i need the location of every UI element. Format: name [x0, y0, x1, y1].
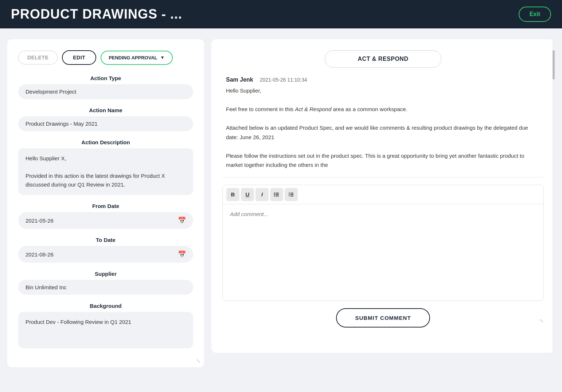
bold-button[interactable]: B	[226, 188, 239, 201]
description-line2: Provided in this action is the latest dr…	[26, 173, 165, 188]
action-name-value: Product Drawings - May 2021	[18, 116, 193, 131]
svg-rect-9	[290, 194, 293, 195]
svg-point-0	[274, 192, 275, 193]
format-toolbar: B U I 1.	[223, 185, 543, 204]
to-date-field: To Date 2021-06-26 📅	[18, 237, 193, 263]
scroll-thumb	[553, 50, 555, 79]
italic-button[interactable]: I	[255, 188, 269, 201]
numbered-list-icon: 1. 2. 3.	[288, 192, 294, 197]
comment-input[interactable]	[223, 204, 543, 299]
action-name-field: Action Name Product Drawings - May 2021	[18, 107, 193, 131]
pending-approval-button[interactable]: PENDING APPROVAL ▼	[101, 51, 173, 65]
svg-rect-1	[276, 193, 279, 193]
to-date-label: To Date	[18, 237, 193, 243]
from-date-label: From Date	[18, 203, 193, 209]
supplier-value: Bin Unlimited Inc	[18, 280, 193, 295]
action-name-label: Action Name	[18, 107, 193, 113]
numbered-list-button[interactable]: 1. 2. 3.	[285, 188, 298, 201]
supplier-label: Supplier	[18, 271, 193, 277]
delete-button[interactable]: DELETE	[18, 51, 58, 64]
action-type-label: Action Type	[18, 75, 193, 81]
message-line2: Attached below is an updated Product Spe…	[226, 123, 540, 142]
dropdown-arrow-icon: ▼	[160, 55, 165, 60]
action-type-value: Development Project	[18, 84, 193, 99]
resize-handle-comment-icon: ⤡	[539, 318, 544, 324]
action-description-value: Hello Supplier X, Provided in this actio…	[18, 148, 193, 195]
calendar-icon: 📅	[178, 216, 186, 224]
svg-rect-7	[290, 193, 293, 193]
svg-rect-3	[276, 194, 279, 195]
from-date-input[interactable]: 2021-05-26 📅	[18, 212, 193, 229]
submit-comment-button[interactable]: SUBMIT COMMENT	[336, 308, 430, 328]
message-author: Sam Jenk	[226, 77, 253, 83]
page-title: PRODUCT DRAWINGS - ...	[11, 7, 182, 22]
main-content: DELETE EDIT PENDING APPROVAL ▼ Action Ty…	[0, 28, 562, 378]
edit-button[interactable]: EDIT	[62, 50, 96, 65]
message-line1: Feel free to comment in this Act & Respo…	[226, 105, 540, 114]
svg-rect-11	[290, 196, 293, 196]
message-body: Hello Supplier, Feel free to comment in …	[226, 86, 540, 170]
calendar-icon-to: 📅	[178, 250, 186, 258]
supplier-field: Supplier Bin Unlimited Inc	[18, 271, 193, 295]
action-toolbar: DELETE EDIT PENDING APPROVAL ▼	[18, 50, 193, 65]
to-date-value: 2021-06-26	[26, 251, 178, 258]
act-respond-button[interactable]: ACT & RESPOND	[325, 50, 441, 68]
scrollbar[interactable]	[553, 39, 555, 353]
resize-handle-icon: ⤡	[196, 358, 200, 364]
message-timestamp: 2021-05-26 11:10:34	[260, 77, 307, 83]
background-field: Background Product Dev - Following Revie…	[18, 303, 193, 348]
bullet-list-button[interactable]	[270, 188, 283, 201]
svg-rect-5	[276, 196, 279, 196]
background-label: Background	[18, 303, 193, 309]
pending-label: PENDING APPROVAL	[109, 55, 157, 60]
message-header: Sam Jenk 2021-05-26 11:10:34	[226, 77, 540, 83]
message-line3: Please follow the instructions set out i…	[226, 151, 540, 170]
from-date-field: From Date 2021-05-26 📅	[18, 203, 193, 229]
background-value: Product Dev - Following Review in Q1 202…	[18, 312, 193, 348]
divider	[222, 177, 544, 177]
left-panel: DELETE EDIT PENDING APPROVAL ▼ Action Ty…	[7, 39, 204, 367]
bullet-list-icon	[274, 192, 280, 197]
description-line1: Hello Supplier X,	[26, 155, 66, 161]
action-description-field: Action Description Hello Supplier X, Pro…	[18, 139, 193, 195]
svg-point-2	[274, 194, 275, 195]
exit-button[interactable]: Exit	[519, 7, 551, 22]
right-panel: ACT & RESPOND Sam Jenk 2021-05-26 11:10:…	[211, 39, 555, 353]
action-type-field: Action Type Development Project	[18, 75, 193, 99]
underline-button[interactable]: U	[241, 188, 254, 201]
to-date-input[interactable]: 2021-06-26 📅	[18, 246, 193, 263]
message-area: Sam Jenk 2021-05-26 11:10:34 Hello Suppl…	[222, 77, 544, 170]
message-greeting: Hello Supplier,	[226, 86, 540, 95]
svg-point-4	[274, 195, 275, 196]
app-header: PRODUCT DRAWINGS - ... Exit	[0, 0, 562, 28]
from-date-value: 2021-05-26	[26, 217, 178, 224]
comment-container: B U I 1.	[222, 185, 544, 301]
action-description-label: Action Description	[18, 139, 193, 145]
svg-text:3.: 3.	[289, 195, 290, 197]
